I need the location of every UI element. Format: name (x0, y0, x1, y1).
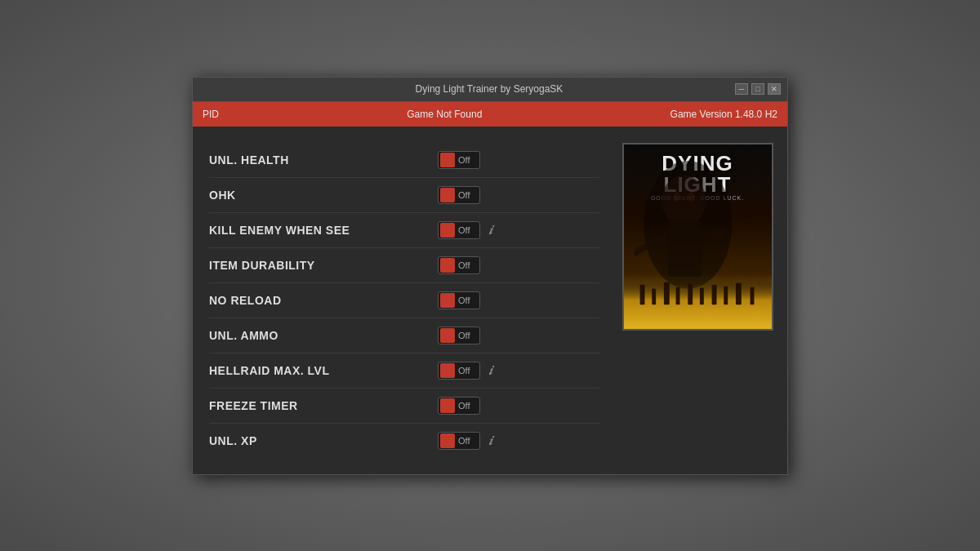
toggle-knob (440, 363, 455, 378)
option-label-item-durability: ITEM DURABILITY (209, 259, 438, 272)
option-row-unl-ammo: UNL. AMMO Off (209, 318, 599, 353)
maximize-button[interactable]: □ (751, 83, 764, 95)
svg-rect-15 (750, 287, 754, 304)
option-label-unl-ammo: UNL. AMMO (209, 329, 438, 342)
toggle-no-reload[interactable]: Off (438, 291, 480, 309)
close-button[interactable]: ✕ (768, 83, 781, 95)
option-row-unl-xp: UNL. XP Off 𝑖 (209, 424, 599, 458)
content-area: UNL. HEALTH Off OHK Off KILL ENEMY WHEN … (193, 127, 787, 474)
toggle-ohk[interactable]: Off (438, 186, 480, 204)
game-status: Game Not Found (407, 109, 482, 120)
window-title: Dying Light Trainer by SeryogaSK (243, 83, 735, 95)
option-label-ohk: OHK (209, 189, 438, 202)
option-row-no-reload: NO RELOAD Off (209, 283, 599, 318)
info-icon-kill-enemy[interactable]: 𝑖 (488, 223, 492, 238)
svg-point-4 (687, 192, 695, 202)
svg-rect-6 (639, 284, 644, 304)
option-label-unl-health: UNL. HEALTH (209, 153, 438, 167)
game-cover: DYING LIGHT GOOD NIGHT. GOOD LUCK. (622, 143, 773, 331)
svg-point-1 (661, 175, 706, 226)
info-icon-hellraid[interactable]: 𝑖 (488, 363, 492, 378)
option-row-unl-health: UNL. HEALTH Off (209, 143, 599, 178)
svg-rect-8 (663, 282, 669, 304)
toggle-knob (440, 188, 455, 202)
option-label-no-reload: NO RELOAD (209, 294, 438, 307)
option-row-hellraid: HELLRAID MAX. LVL Off 𝑖 (209, 353, 599, 389)
svg-rect-14 (735, 282, 741, 304)
toggle-item-durability[interactable]: Off (438, 256, 480, 274)
cover-illustration (624, 144, 772, 329)
toggle-unl-health[interactable]: Off (438, 151, 480, 169)
svg-rect-9 (675, 287, 679, 304)
game-version: Game Version 1.48.0 H2 (670, 109, 777, 120)
option-label-unl-xp: UNL. XP (209, 434, 438, 447)
toggle-freeze-timer[interactable]: Off (438, 397, 480, 415)
svg-rect-13 (724, 286, 728, 304)
toggle-knob (440, 398, 455, 413)
option-row-freeze-timer: FREEZE TIMER Off (209, 389, 599, 424)
minimize-button[interactable]: ─ (735, 83, 748, 95)
desktop-background: Dying Light Trainer by SeryogaSK ─ □ ✕ P… (0, 0, 980, 551)
toggle-knob (440, 153, 455, 167)
status-bar: PID Game Not Found Game Version 1.48.0 H… (193, 102, 787, 127)
option-row-ohk: OHK Off (209, 178, 599, 213)
toggle-kill-enemy[interactable]: Off (438, 221, 480, 239)
game-image-panel: DYING LIGHT GOOD NIGHT. GOOD LUCK. (616, 135, 787, 466)
option-label-freeze-timer: FREEZE TIMER (209, 399, 438, 412)
toggle-knob (440, 293, 455, 308)
toggle-knob (440, 223, 455, 238)
option-label-hellraid: HELLRAID MAX. LVL (209, 364, 438, 377)
svg-rect-12 (711, 284, 716, 304)
trainer-window: Dying Light Trainer by SeryogaSK ─ □ ✕ P… (192, 77, 788, 475)
option-label-kill-enemy: KILL ENEMY WHEN SEE (209, 224, 438, 237)
svg-rect-11 (699, 287, 703, 304)
toggle-hellraid[interactable]: Off (438, 362, 480, 380)
svg-rect-10 (688, 283, 693, 304)
toggle-knob (440, 328, 455, 343)
option-row-kill-enemy: KILL ENEMY WHEN SEE Off 𝑖 (209, 213, 599, 248)
info-icon-unl-xp[interactable]: 𝑖 (488, 433, 492, 448)
toggle-knob (440, 258, 455, 273)
option-row-item-durability: ITEM DURABILITY Off (209, 248, 599, 283)
svg-rect-2 (667, 220, 701, 276)
title-bar: Dying Light Trainer by SeryogaSK ─ □ ✕ (193, 78, 787, 102)
toggle-knob (440, 433, 455, 448)
svg-point-3 (672, 192, 680, 202)
svg-rect-5 (624, 280, 772, 328)
options-panel: UNL. HEALTH Off OHK Off KILL ENEMY WHEN … (193, 135, 616, 466)
toggle-unl-ammo[interactable]: Off (438, 327, 480, 344)
pid-label: PID (203, 109, 219, 120)
svg-rect-7 (652, 288, 656, 304)
toggle-unl-xp[interactable]: Off (438, 432, 480, 450)
window-controls: ─ □ ✕ (735, 83, 781, 95)
cover-art: DYING LIGHT GOOD NIGHT. GOOD LUCK. (624, 144, 772, 329)
